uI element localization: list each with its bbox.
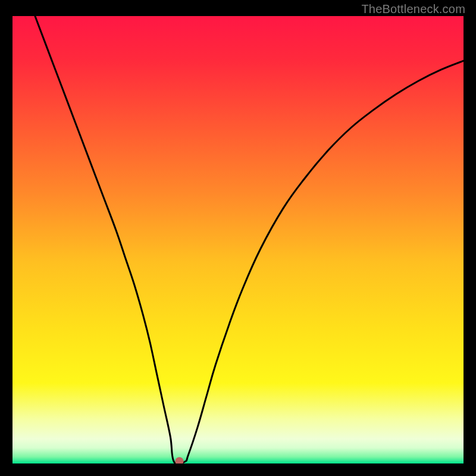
chart-frame: TheBottleneck.com: [0, 0, 476, 476]
watermark-text: TheBottleneck.com: [361, 2, 465, 16]
plot-area: [12, 16, 464, 464]
bottleneck-chart: [12, 16, 464, 464]
gradient-background: [12, 16, 464, 464]
